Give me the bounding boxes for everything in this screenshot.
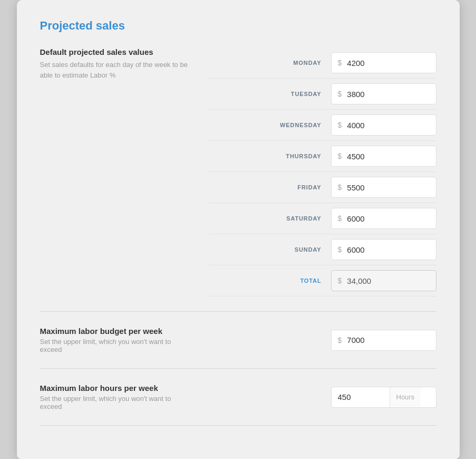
divider-2 xyxy=(40,368,436,369)
day-input-wrapper-saturday[interactable]: $ xyxy=(331,208,436,229)
day-input-wrapper-sunday[interactable]: $ xyxy=(331,239,436,260)
day-row-tuesday: TUESDAY $ xyxy=(209,79,436,110)
day-label-thursday: THURSDAY xyxy=(269,153,322,159)
labor-budget-input[interactable] xyxy=(347,336,429,345)
section3-desc-title: Maximum labor hours per week xyxy=(40,384,192,393)
labor-hours-field: Hours xyxy=(209,387,436,408)
total-input-wrapper: $ xyxy=(331,270,436,291)
section3-desc-sub: Set the upper limit, which you won't wan… xyxy=(40,395,192,410)
hours-unit-label: Hours xyxy=(390,387,421,407)
labor-hours-section: Maximum labor hours per week Set the upp… xyxy=(40,384,436,410)
projected-sales-card: Projected sales Default projected sales … xyxy=(17,0,460,459)
day-label-friday: FRIDAY xyxy=(269,184,322,190)
total-row: TOTAL $ xyxy=(209,265,436,297)
day-label-wednesday: WEDNESDAY xyxy=(269,122,322,128)
section2-desc-sub: Set the upper limit, which you won't wan… xyxy=(40,338,192,353)
divider-3 xyxy=(40,425,436,426)
daily-sales-fields: MONDAY $ TUESDAY $ WEDNESDAY $ THURSDAY … xyxy=(209,47,436,297)
labor-budget-section: Maximum labor budget per week Set the up… xyxy=(40,327,436,353)
day-label-sunday: SUNDAY xyxy=(269,246,322,253)
day-label-saturday: SATURDAY xyxy=(269,215,322,222)
section1-description: Default projected sales values Set sales… xyxy=(40,47,209,80)
section1-desc-sub: Set sales defaults for each day of the w… xyxy=(40,60,192,80)
total-currency-symbol: $ xyxy=(338,276,342,285)
labor-hours-input-wrapper[interactable]: Hours xyxy=(331,387,436,408)
page-title: Projected sales xyxy=(40,19,436,33)
labor-budget-input-wrapper[interactable]: $ xyxy=(331,330,436,351)
section1-desc-title: Default projected sales values xyxy=(40,47,192,56)
day-input-sunday[interactable] xyxy=(347,245,429,254)
day-input-wrapper-monday[interactable]: $ xyxy=(331,52,436,73)
day-label-monday: MONDAY xyxy=(269,60,322,66)
day-currency-thursday: $ xyxy=(338,152,342,160)
day-row-friday: FRIDAY $ xyxy=(209,172,436,203)
day-currency-wednesday: $ xyxy=(338,121,342,129)
labor-budget-currency: $ xyxy=(338,336,342,345)
divider-1 xyxy=(40,311,436,312)
day-row-sunday: SUNDAY $ xyxy=(209,234,436,265)
day-input-saturday[interactable] xyxy=(347,214,429,223)
section2-desc-title: Maximum labor budget per week xyxy=(40,327,192,336)
day-input-tuesday[interactable] xyxy=(347,90,429,99)
day-input-wrapper-friday[interactable]: $ xyxy=(331,177,436,198)
day-currency-friday: $ xyxy=(338,183,342,192)
day-input-friday[interactable] xyxy=(347,183,429,192)
section3-description: Maximum labor hours per week Set the upp… xyxy=(40,384,209,410)
section2-description: Maximum labor budget per week Set the up… xyxy=(40,327,209,353)
day-input-monday[interactable] xyxy=(347,59,429,68)
labor-budget-field: $ xyxy=(209,330,436,351)
day-label-tuesday: TUESDAY xyxy=(269,91,322,97)
day-input-wrapper-thursday[interactable]: $ xyxy=(331,146,436,167)
day-currency-saturday: $ xyxy=(338,214,342,223)
day-row-monday: MONDAY $ xyxy=(209,47,436,79)
projected-sales-section: Default projected sales values Set sales… xyxy=(40,47,436,297)
day-row-saturday: SATURDAY $ xyxy=(209,203,436,234)
day-input-wrapper-tuesday[interactable]: $ xyxy=(331,83,436,104)
total-input xyxy=(347,276,429,285)
day-row-wednesday: WEDNESDAY $ xyxy=(209,110,436,141)
day-currency-sunday: $ xyxy=(338,245,342,254)
day-row-thursday: THURSDAY $ xyxy=(209,141,436,172)
day-input-wrapper-wednesday[interactable]: $ xyxy=(331,114,436,136)
day-input-wednesday[interactable] xyxy=(347,121,429,130)
day-currency-monday: $ xyxy=(338,59,342,67)
day-input-thursday[interactable] xyxy=(347,152,429,161)
total-label: TOTAL xyxy=(269,278,322,284)
labor-hours-input[interactable] xyxy=(332,393,390,401)
day-currency-tuesday: $ xyxy=(338,90,342,98)
